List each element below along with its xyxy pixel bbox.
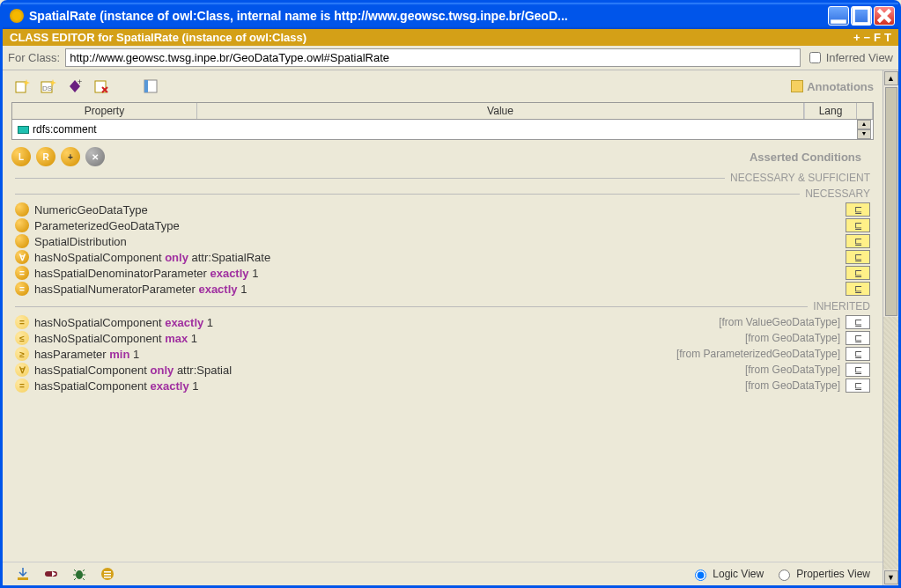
arrow-right-icon	[43, 566, 59, 582]
scroll-thumb[interactable]	[885, 87, 897, 316]
main-area: DS + Annotations	[3, 70, 898, 585]
add-restriction-button[interactable]: R	[36, 147, 55, 166]
conditions-toolbar: L R + ✕ Asserted Conditions	[3, 140, 883, 168]
condition-source: [from GeoDataType]	[745, 379, 846, 392]
table-scroll-down-icon[interactable]: ▼	[857, 129, 871, 139]
subset-button[interactable]: ⊑	[846, 331, 870, 345]
necessary-condition-row[interactable]: =hasSpatialNumeratorParameter exactly 1⊑	[15, 281, 870, 297]
subset-button[interactable]: ⊑	[846, 234, 870, 248]
app-icon	[10, 9, 24, 23]
necessary-condition-row[interactable]: =hasSpatialDenominatorParameter exactly …	[15, 265, 870, 281]
table-scroll-up-icon[interactable]: ▲	[857, 120, 871, 129]
subset-button[interactable]: ⊑	[846, 202, 870, 217]
table-scroll[interactable]: ▲ ▼	[857, 120, 873, 139]
add-expression-button[interactable]: +	[61, 147, 80, 166]
condition-expression: hasSpatialDenominatorParameter exactly 1	[34, 267, 258, 280]
inherited-condition-row[interactable]: ≤hasNoSpatialComponent max 1[from GeoDat…	[15, 330, 870, 346]
inherited-condition-row[interactable]: ≥hasParameter min 1[from ParameterizedGe…	[15, 346, 870, 362]
scroll-track[interactable]	[883, 317, 898, 570]
close-button[interactable]	[874, 6, 895, 26]
necessary-condition-row[interactable]: ParameterizedGeoDataType⊑	[15, 217, 870, 233]
scroll-up-icon[interactable]: ▲	[884, 71, 898, 85]
delete-condition-button[interactable]: ✕	[85, 147, 105, 166]
annotations-toolbar: DS + Annotations	[3, 70, 883, 102]
subset-button[interactable]: ⊑	[846, 363, 870, 377]
maximize-button[interactable]	[851, 6, 872, 26]
asserted-conditions-label: Asserted Conditions	[750, 151, 874, 164]
inferred-view-label: Inferred View	[826, 51, 893, 64]
condition-source: [from GeoDataType]	[745, 364, 846, 376]
minimize-icon	[829, 6, 848, 26]
inherited-condition-row[interactable]: =hasSpatialComponent exactly 1[from GeoD…	[15, 378, 870, 393]
minimize-button[interactable]	[828, 6, 849, 26]
condition-expression: hasNoSpatialComponent only attr:SpatialR…	[34, 251, 270, 264]
inherited-condition-row[interactable]: =hasNoSpatialComponent exactly 1[from Va…	[15, 314, 870, 330]
debug-button[interactable]	[71, 566, 87, 582]
view-options-button[interactable]	[140, 76, 161, 97]
condition-expression: hasSpatialComponent exactly 1	[34, 379, 198, 393]
header-f-button[interactable]: F	[874, 31, 881, 44]
add-property-button[interactable]: +	[64, 76, 85, 97]
add-named-class-button[interactable]: L	[11, 147, 31, 166]
logic-view-radio[interactable]: Logic View	[691, 567, 764, 581]
navigate-button[interactable]	[43, 566, 59, 582]
subset-button[interactable]: ⊑	[846, 266, 870, 280]
subset-button[interactable]: ⊑	[846, 250, 870, 264]
subset-button[interactable]: ⊑	[846, 315, 870, 329]
note-sparkle-icon	[13, 77, 31, 95]
annotations-row[interactable]: rdfs:comment ▲ ▼	[12, 120, 873, 139]
svg-rect-13	[104, 571, 111, 573]
condition-expression: hasSpatialComponent only attr:Spatial	[34, 364, 232, 377]
sep-necessary: NECESSARY	[15, 187, 870, 200]
subset-button[interactable]: ⊑	[846, 218, 870, 232]
condition-expression: NumericGeoDataType	[34, 203, 148, 217]
scroll-down-icon[interactable]: ▼	[884, 570, 898, 584]
inferred-view-check[interactable]: Inferred View	[806, 49, 893, 66]
maximize-icon	[852, 6, 871, 26]
new-note-button[interactable]	[11, 76, 33, 97]
subset-button[interactable]: ⊑	[846, 379, 870, 393]
vertical-scrollbar[interactable]: ▲ ▼	[883, 70, 898, 585]
condition-expression: hasNoSpatialComponent max 1	[34, 332, 197, 345]
restriction-icon: =	[15, 315, 29, 329]
header-t-button[interactable]: T	[884, 31, 891, 44]
for-class-row: For Class: Inferred View	[3, 46, 898, 70]
header-plus-button[interactable]: +	[853, 31, 860, 44]
for-class-input[interactable]	[65, 48, 800, 67]
diamond-plus-icon: +	[66, 77, 84, 95]
for-class-label: For Class:	[8, 51, 60, 64]
condition-expression: ParameterizedGeoDataType	[34, 219, 180, 232]
svg-rect-8	[144, 80, 148, 92]
subset-button[interactable]: ⊑	[846, 282, 870, 296]
necessary-condition-row[interactable]: ∀hasNoSpatialComponent only attr:Spatial…	[15, 249, 870, 265]
li-icon: L	[18, 152, 24, 162]
annotations-header-row: Property Value Lang	[12, 103, 873, 120]
svg-rect-2	[16, 82, 26, 92]
condition-expression: SpatialDistribution	[34, 235, 127, 248]
header-minus-button[interactable]: −	[864, 31, 871, 44]
necessary-condition-row[interactable]: NumericGeoDataType⊑	[15, 202, 870, 217]
col-header-value[interactable]: Value	[197, 103, 804, 119]
condition-source: [from ParameterizedGeoDataType]	[676, 348, 846, 360]
inherited-condition-row[interactable]: ∀hasSpatialComponent only attr:Spatial[f…	[15, 362, 870, 378]
inferred-view-checkbox[interactable]	[809, 52, 821, 63]
col-header-property[interactable]: Property	[12, 103, 197, 119]
delete-note-button[interactable]	[91, 76, 112, 97]
list-button[interactable]	[100, 566, 115, 582]
download-icon	[15, 566, 31, 582]
col-header-lang[interactable]: Lang	[804, 103, 857, 119]
import-button[interactable]	[15, 566, 31, 582]
restriction-icon: =	[15, 379, 29, 393]
new-datatype-note-button[interactable]: DS	[38, 76, 59, 97]
svg-text:DS: DS	[42, 85, 52, 92]
bug-icon	[71, 566, 87, 582]
properties-view-radio[interactable]: Properties View	[774, 567, 870, 581]
annotation-value-cell[interactable]	[197, 128, 804, 131]
subset-button[interactable]: ⊑	[846, 347, 870, 361]
class-editor-title: CLASS EDITOR for SpatialRate (instance o…	[10, 31, 306, 44]
condition-source: [from ValueGeoDataType]	[719, 316, 846, 328]
necessary-condition-row[interactable]: SpatialDistribution⊑	[15, 233, 870, 249]
sep-inherited: INHERITED	[15, 300, 870, 312]
annotations-table: Property Value Lang rdfs:comment ▲ ▼	[11, 102, 874, 140]
svg-rect-14	[104, 574, 111, 576]
